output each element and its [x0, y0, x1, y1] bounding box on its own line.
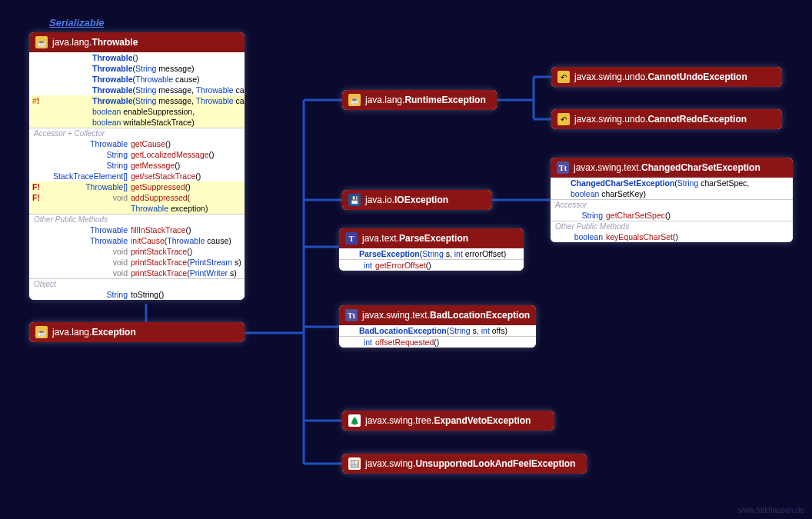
class-header-expandveto: 🌲 javax.swing.tree.ExpandVetoException — [342, 411, 554, 431]
constructor-row: Throwable (String message, Throwable cau… — [29, 85, 245, 95]
serializable-label: Serializable — [49, 17, 105, 28]
section-label: Object — [29, 279, 245, 289]
class-header-unsupported: 🪟 javax.swing.UnsupportedLookAndFeelExce… — [342, 454, 587, 474]
constructor-row: boolean enableSuppression, — [29, 106, 245, 117]
text-icon: T — [345, 232, 358, 245]
method-row: F!voidaddSuppressed ( — [29, 192, 245, 203]
tree-icon: 🌲 — [348, 414, 361, 427]
constructor-row: Throwable (Throwable cause) — [29, 74, 245, 85]
method-row: StringtoString () — [29, 289, 245, 300]
constructor-row: BadLocationException (String s, int offs… — [339, 325, 536, 336]
method-row: intoffsetRequested () — [339, 337, 536, 348]
class-header-exception: ☕ java.lang.Exception — [29, 322, 245, 342]
method-row: StringgetMessage () — [29, 160, 245, 171]
method-row: booleankeyEqualsCharSet () — [551, 231, 793, 242]
class-name: IOException — [394, 195, 448, 205]
class-name: UnsupportedLookAndFeelException — [415, 458, 575, 469]
method-row: StackTraceElement[]get/setStackTrace () — [29, 171, 245, 181]
class-exception: ☕ java.lang.Exception — [29, 322, 245, 342]
method-row: F!Throwable[]getSuppressed () — [29, 181, 245, 192]
method-row: StringgetLocalizedMessage () — [29, 149, 245, 160]
cup-icon: ☕ — [348, 94, 361, 106]
class-name: Throwable — [92, 37, 138, 48]
method-row: ThrowablefillInStackTrace () — [29, 225, 245, 235]
class-ioexception: 💾 java.io.IOException — [342, 190, 492, 210]
section-label: Other Public Methods — [29, 215, 245, 225]
class-expandvetoexception: 🌲 javax.swing.tree.ExpandVetoException — [342, 411, 554, 431]
method-row: voidprintStackTrace () — [29, 246, 245, 257]
class-badlocationexception: Tt javax.swing.text.BadLocationException… — [339, 305, 536, 348]
redo-icon: ↶ — [557, 113, 570, 125]
class-parseexception: T java.text.ParseException ParseExceptio… — [339, 228, 524, 271]
class-header-ioexception: 💾 java.io.IOException — [342, 190, 492, 210]
class-unsupportedlookandfeel: 🪟 javax.swing.UnsupportedLookAndFeelExce… — [342, 454, 587, 474]
undo-icon: ↶ — [557, 71, 570, 83]
method-row: voidprintStackTrace (PrintWriter s) — [29, 268, 245, 278]
constructor-row: boolean charSetKey) — [551, 188, 793, 199]
class-header-parseexception: T java.text.ParseException — [339, 228, 524, 248]
class-header-badlocationexception: Tt javax.swing.text.BadLocationException — [339, 305, 536, 325]
class-runtimeexception: ☕ java.lang.RuntimeException — [342, 90, 497, 110]
section-label: Other Public Methods — [551, 221, 793, 231]
pkg-label: java.text. — [362, 233, 399, 244]
disk-icon: 💾 — [348, 194, 361, 206]
constructor-row: Throwable (String message) — [29, 63, 245, 74]
class-name: RuntimeException — [404, 95, 485, 105]
class-name: ParseException — [399, 233, 468, 244]
class-header-throwable: ☕ java.lang.Throwable — [29, 32, 245, 52]
class-name: CannotRedoException — [647, 114, 747, 125]
class-name: Exception — [92, 327, 135, 338]
text-icon: Tt — [557, 161, 569, 174]
pkg-label: java.lang. — [52, 37, 92, 48]
cup-icon: ☕ — [35, 326, 48, 338]
pkg-label: javax.swing.undo. — [574, 114, 647, 125]
pkg-label: java.lang. — [365, 95, 404, 105]
constructor-row: #!Throwable (String message, Throwable c… — [29, 95, 245, 106]
method-row: intgetErrorOffset () — [339, 260, 524, 271]
pkg-label: javax.swing. — [365, 458, 415, 469]
class-name: ExpandVetoException — [434, 415, 531, 426]
class-name: BadLocationException — [430, 310, 530, 321]
class-name: ChangedCharSetException — [641, 162, 760, 173]
class-header-runtimeexception: ☕ java.lang.RuntimeException — [342, 90, 497, 110]
pkg-label: javax.swing.tree. — [365, 415, 434, 426]
window-icon: 🪟 — [348, 457, 361, 470]
constructor-row: ParseException (String s, int errorOffse… — [339, 248, 524, 259]
section-label: Accessor — [551, 200, 793, 210]
footer-credit: www.falkhausen.de — [738, 506, 804, 514]
section-label: Accessor + Collector — [29, 128, 245, 138]
class-header-redo: ↶ javax.swing.undo.CannotRedoException — [551, 109, 782, 129]
constructor-row: ChangedCharSetException (String charSetS… — [551, 178, 793, 188]
method-row: ThrowableinitCause (Throwable cause) — [29, 235, 245, 246]
class-cannotundo: ↶ javax.swing.undo.CannotUndoException — [551, 67, 782, 87]
method-row: Throwable exception) — [29, 203, 245, 214]
cup-icon: ☕ — [35, 36, 48, 48]
class-name: CannotUndoException — [647, 72, 747, 82]
pkg-label: javax.swing.text. — [574, 162, 641, 173]
class-throwable: ☕ java.lang.Throwable Throwable ()Throwa… — [29, 32, 245, 300]
method-row: StringgetCharSetSpec () — [551, 210, 793, 221]
class-header-changed: Tt javax.swing.text.ChangedCharSetExcept… — [551, 158, 793, 178]
pkg-label: javax.swing.undo. — [574, 72, 647, 82]
method-row: voidprintStackTrace (PrintStream s) — [29, 257, 245, 268]
class-changedcharset: Tt javax.swing.text.ChangedCharSetExcept… — [551, 158, 793, 242]
text-icon: Tt — [345, 309, 358, 321]
constructor-row: boolean writableStackTrace) — [29, 117, 245, 128]
constructor-row: Throwable () — [29, 52, 245, 63]
class-cannotredo: ↶ javax.swing.undo.CannotRedoException — [551, 109, 782, 129]
pkg-label: javax.swing.text. — [362, 310, 430, 321]
pkg-label: java.io. — [365, 195, 394, 205]
method-row: ThrowablegetCause () — [29, 138, 245, 149]
class-header-undo: ↶ javax.swing.undo.CannotUndoException — [551, 67, 782, 87]
pkg-label: java.lang. — [52, 327, 92, 338]
